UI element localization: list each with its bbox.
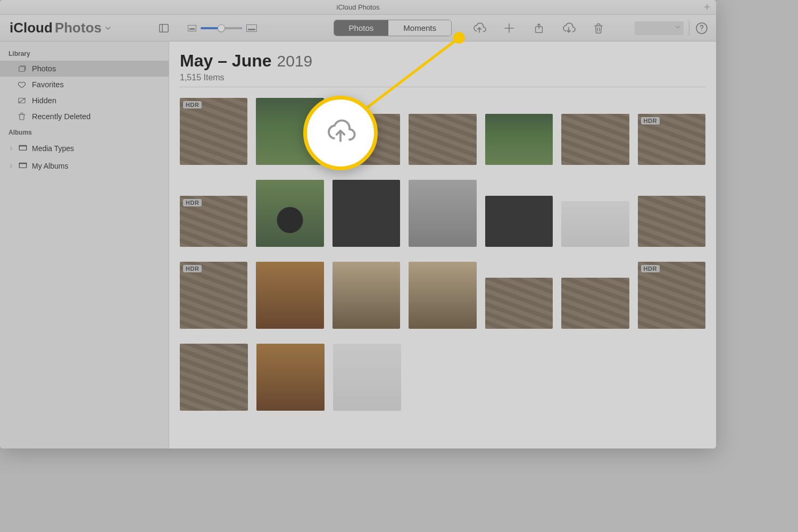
sidebar-item-label: Media Types xyxy=(32,144,74,153)
share-icon[interactable] xyxy=(531,21,546,36)
sidebar-item-label: Favorites xyxy=(32,80,64,89)
app-section: Photos xyxy=(55,20,102,36)
trash-icon xyxy=(17,112,27,121)
sidebar-section-library: Library xyxy=(0,46,169,61)
sidebar-item-label: My Albums xyxy=(32,162,68,170)
add-icon[interactable] xyxy=(502,21,517,36)
hdr-badge: HDR xyxy=(183,265,202,272)
photo-row: HDRHDR xyxy=(180,262,705,329)
date-year: 2019 xyxy=(277,52,313,70)
photo-thumbnail[interactable] xyxy=(409,114,476,165)
tab-photos[interactable]: Photos xyxy=(334,20,389,36)
toolbar-actions xyxy=(472,21,606,36)
folder-icon xyxy=(18,160,28,171)
chevron-down-icon xyxy=(674,23,681,33)
hdr-badge: HDR xyxy=(183,199,202,206)
photo-thumbnail[interactable] xyxy=(332,180,400,247)
photo-row: HDRHDR xyxy=(180,98,705,165)
upload-icon[interactable] xyxy=(472,21,487,36)
divider xyxy=(689,21,689,36)
toolbar: iCloud Photos Photos Moments xyxy=(0,15,716,41)
svg-rect-0 xyxy=(160,24,169,32)
sidebar-item-favorites[interactable]: Favorites xyxy=(0,77,169,93)
photo-thumbnail[interactable] xyxy=(485,278,553,329)
trash-icon[interactable] xyxy=(591,21,606,36)
item-count: 1,515 Items xyxy=(180,73,705,82)
new-tab-button[interactable] xyxy=(701,1,713,13)
hdr-badge: HDR xyxy=(183,101,202,109)
photo-thumbnail[interactable] xyxy=(561,114,629,165)
photo-thumbnail[interactable] xyxy=(638,196,705,247)
account-menu[interactable] xyxy=(635,21,684,35)
photo-thumbnail[interactable] xyxy=(485,114,553,165)
photo-thumbnail[interactable]: HDR xyxy=(180,196,247,247)
sidebar-toggle-button[interactable] xyxy=(157,21,171,35)
zoom-out-icon[interactable] xyxy=(188,25,196,31)
disclosure-triangle-icon[interactable] xyxy=(9,162,14,170)
photo-thumbnail[interactable] xyxy=(333,344,401,411)
photos-stack-icon xyxy=(17,64,27,73)
view-segmented-control: Photos Moments xyxy=(334,20,452,36)
photo-row: HDR xyxy=(180,180,705,247)
disclosure-triangle-icon[interactable] xyxy=(9,144,14,153)
callout-circle xyxy=(303,96,378,170)
app-window: iCloud Photos iCloud Photos Photos Mom xyxy=(0,0,716,448)
photo-thumbnail[interactable] xyxy=(180,344,248,411)
photo-thumbnail[interactable]: HDR xyxy=(180,262,247,329)
photo-thumbnail[interactable] xyxy=(561,201,629,247)
zoom-slider[interactable] xyxy=(201,27,242,29)
photo-thumbnail[interactable] xyxy=(561,278,629,329)
photo-thumbnail[interactable] xyxy=(332,262,400,329)
sidebar-item-recently-deleted[interactable]: Recently Deleted xyxy=(0,109,169,124)
chevron-down-icon xyxy=(104,20,112,36)
folder-icon xyxy=(18,143,28,154)
sidebar-section-albums: Albums xyxy=(0,124,169,139)
sidebar-folder-my-albums[interactable]: My Albums xyxy=(0,157,169,174)
divider xyxy=(180,87,705,87)
main-content[interactable]: May – June 2019 1,515 Items HDRHDRHDRHDR… xyxy=(169,41,716,448)
app-name: iCloud xyxy=(10,20,53,36)
hdr-badge: HDR xyxy=(641,117,660,124)
tab-moments[interactable]: Moments xyxy=(388,20,451,36)
svg-rect-3 xyxy=(19,66,25,71)
photo-thumbnail[interactable]: HDR xyxy=(638,262,705,329)
date-range: May – June xyxy=(180,51,272,71)
photo-thumbnail[interactable] xyxy=(256,262,323,329)
photo-thumbnail[interactable] xyxy=(485,196,553,247)
date-heading: May – June 2019 xyxy=(180,51,705,71)
sidebar-item-label: Recently Deleted xyxy=(32,112,90,121)
breadcrumb[interactable]: iCloud Photos xyxy=(10,20,112,36)
window-title: iCloud Photos xyxy=(337,3,380,11)
photo-thumbnail[interactable]: HDR xyxy=(638,114,705,165)
photo-row xyxy=(180,344,705,411)
zoom-in-icon[interactable] xyxy=(246,24,257,32)
hdr-badge: HDR xyxy=(641,265,660,272)
sidebar-item-photos[interactable]: Photos xyxy=(0,61,169,77)
callout-dot xyxy=(453,32,465,44)
title-bar: iCloud Photos xyxy=(0,0,716,15)
sidebar-item-label: Photos xyxy=(32,64,56,73)
photo-thumbnail[interactable] xyxy=(409,262,476,329)
photo-thumbnail[interactable]: HDR xyxy=(180,98,247,165)
sidebar-item-label: Hidden xyxy=(32,96,56,105)
photo-thumbnail[interactable] xyxy=(256,344,325,411)
upload-icon xyxy=(325,117,356,149)
sidebar-item-hidden[interactable]: Hidden xyxy=(0,93,169,109)
hidden-icon xyxy=(17,96,27,105)
photo-thumbnail[interactable] xyxy=(409,180,476,247)
heart-icon xyxy=(17,80,27,89)
help-icon[interactable] xyxy=(695,21,709,35)
download-icon[interactable] xyxy=(561,21,576,36)
photo-thumbnail[interactable] xyxy=(256,180,323,247)
sidebar-folder-media-types[interactable]: Media Types xyxy=(0,139,169,157)
sidebar: Library Photos Favorites Hidden Recently… xyxy=(0,41,169,448)
zoom-slider-group xyxy=(188,24,257,32)
